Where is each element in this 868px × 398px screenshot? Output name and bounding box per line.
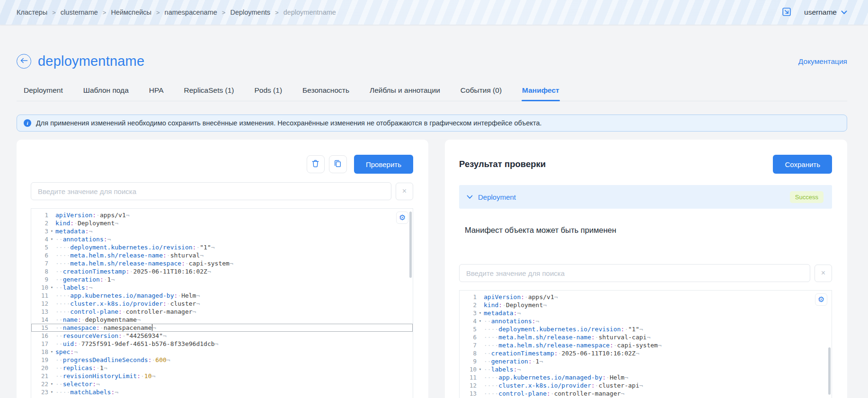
space-dot: · [606,374,610,381]
tab-2[interactable]: HPA [149,86,164,101]
code-text: apiVersion:·apps/v1¬ [55,211,130,219]
result-accordion[interactable]: Deployment Success [459,185,832,209]
editor-line[interactable]: 5····deployment.kubernetes.io/revision:·… [460,325,832,333]
editor-line[interactable]: 15··namespace:·namespacename¬ [31,324,413,332]
tab-7[interactable]: События (0) [460,86,502,101]
yaml-key: creationTimestamp [63,268,126,275]
editor-settings-button[interactable]: ⚙ [815,293,827,306]
user-menu[interactable]: username [804,8,847,17]
editor-line[interactable]: 18▾spec:¬ [31,348,413,356]
yaml-key: meta.helm.sh/release-name [498,334,591,341]
tab-1[interactable]: Шаблон пода [83,86,129,101]
breadcrumb-item-2[interactable]: Неймспейсы [111,9,151,16]
tab-0[interactable]: Deployment [23,86,63,101]
editor-line[interactable]: 5····deployment.kubernetes.io/revision:·… [31,243,413,251]
fold-toggle-icon[interactable]: ▾ [48,283,55,292]
yaml-colon: : [521,293,524,301]
editor-line[interactable]: 22▾··selector:¬ [31,380,413,388]
fold-toggle-icon[interactable]: ▾ [48,227,55,235]
yaml-value: cluster-api [599,382,639,389]
yaml-editor-right[interactable]: 1apiVersion:·apps/v1¬2kind:·Deployment¬3… [459,290,832,398]
tab-4[interactable]: Pods (1) [254,86,283,101]
editor-line[interactable]: 10▾··labels:¬ [31,283,413,292]
fold-toggle-icon[interactable]: ▾ [477,317,484,325]
editor-line[interactable]: 11····app.kubernetes.io/managed-by:·Helm… [31,292,413,300]
editor-line[interactable]: 23▾····matchLabels:¬ [31,388,413,396]
editor-line[interactable]: 9··generation:·1¬ [460,357,832,365]
editor-line[interactable]: 12····cluster.x-k8s.io/provider:·cluster… [31,300,413,308]
editor-line[interactable]: 14··name:·deploymentname¬ [31,316,413,324]
yaml-key: generation [63,276,100,283]
editor-scrollbar[interactable] [828,347,831,395]
indent-dots: ···· [55,260,70,267]
yaml-value: 10 [144,372,152,380]
editor-line[interactable]: 8··creationTimestamp:·2025-06-11T10:16:0… [460,349,832,357]
delete-button[interactable] [307,155,325,173]
fold-toggle-icon [477,373,484,381]
editor-line[interactable]: 21··revisionHistoryLimit:·10¬ [31,372,413,380]
indent-dots: ·· [55,316,63,323]
indent-dots: ·· [55,268,63,275]
back-button[interactable] [17,54,31,69]
editor-line[interactable]: 6····meta.helm.sh/release-name:·shturval… [31,251,413,259]
editor-line[interactable]: 13····control-plane:·controller-manager¬ [31,308,413,316]
editor-line[interactable]: 1apiVersion:·apps/v1¬ [460,293,832,301]
editor-line[interactable]: 3▾metadata:¬ [31,227,413,235]
editor-line[interactable]: 11····app.kubernetes.io/managed-by:·Helm… [460,373,832,381]
fold-toggle-icon[interactable]: ▾ [477,365,484,373]
editor-line[interactable]: 17··uid:·7725f591-9def-4651-b576-8f33e96… [31,340,413,348]
editor-line[interactable]: 13····control-plane:·controller-manager¬ [460,389,832,398]
editor-line[interactable]: 6····meta.helm.sh/release-name:·shturval… [460,333,832,341]
editor-line[interactable]: 2kind:·Deployment¬ [31,219,413,227]
editor-scrollbar[interactable] [409,212,412,278]
editor-line[interactable]: 4▾··annotations:¬ [460,317,832,325]
fold-toggle-icon[interactable]: ▾ [48,380,55,388]
editor-line[interactable]: 1apiVersion:·apps/v1¬ [31,211,413,219]
yaml-editor-left[interactable]: 1apiVersion:·apps/v1¬2kind:·Deployment¬3… [31,208,413,398]
breadcrumb-item-4[interactable]: Deployments [230,9,270,16]
editor-line[interactable]: 19··progressDeadlineSeconds:·600¬ [31,356,413,364]
indent-dots: ···· [55,292,70,299]
check-button[interactable]: Проверить [354,155,413,174]
editor-line[interactable]: 2kind:·Deployment¬ [460,301,832,309]
fold-toggle-icon[interactable]: ▾ [48,388,55,396]
collapse-window-button[interactable] [781,7,792,18]
editor-line[interactable]: 20··replicas:·1¬ [31,364,413,372]
tab-5[interactable]: Безопасность [302,86,350,101]
documentation-link[interactable]: Документация [798,57,847,66]
left-search-clear-button[interactable]: × [396,183,413,200]
breadcrumb-item-3[interactable]: namespacename [165,9,217,16]
editor-line[interactable]: 10▾··labels:¬ [460,365,832,373]
breadcrumb-item-1[interactable]: clustername [61,9,98,16]
editor-line[interactable]: 9··generation:·1¬ [31,275,413,283]
right-search-clear-button[interactable]: × [815,265,832,282]
editor-line[interactable]: 7····meta.helm.sh/release-namespace:·cap… [460,341,832,349]
tab-8[interactable]: Манифест [522,86,560,101]
tab-6[interactable]: Лейблы и аннотации [369,86,441,101]
yaml-key: app.kubernetes.io/managed-by [70,292,174,299]
fold-toggle-icon[interactable]: ▾ [48,235,55,243]
space-dot: · [78,340,81,347]
editor-line[interactable]: 4▾··annotations:¬ [31,235,413,243]
line-number: 10 [460,365,477,373]
editor-line[interactable]: 8··creationTimestamp:·2025-06-11T10:16:0… [31,267,413,275]
fold-toggle-icon[interactable]: ▾ [477,309,484,317]
indent-dots: ·· [55,284,63,291]
fold-toggle-icon[interactable]: ▾ [48,348,55,356]
fold-toggle-icon [48,267,55,275]
fold-toggle-icon [477,333,484,341]
editor-line[interactable]: 12····cluster.x-k8s.io/provider:·cluster… [460,381,832,389]
editor-settings-button[interactable]: ⚙ [396,212,408,224]
right-search-input[interactable] [459,264,810,282]
breadcrumb-item-5[interactable]: deploymentname [283,9,336,16]
copy-button[interactable] [329,155,347,173]
editor-line[interactable]: 3▾metadata:¬ [460,309,832,317]
yaml-value: shturval [170,252,200,259]
editor-line[interactable]: 7····meta.helm.sh/release-namespace:·cap… [31,259,413,267]
left-search-input[interactable] [31,182,391,200]
editor-line[interactable]: 16··resourceVersion:·"44256934"¬ [31,332,413,340]
breadcrumb-item-0[interactable]: Кластеры [17,9,47,16]
tab-3[interactable]: ReplicaSets (1) [184,86,235,101]
code-text: ··generation:·1¬ [55,275,115,283]
save-button[interactable]: Сохранить [773,155,832,174]
